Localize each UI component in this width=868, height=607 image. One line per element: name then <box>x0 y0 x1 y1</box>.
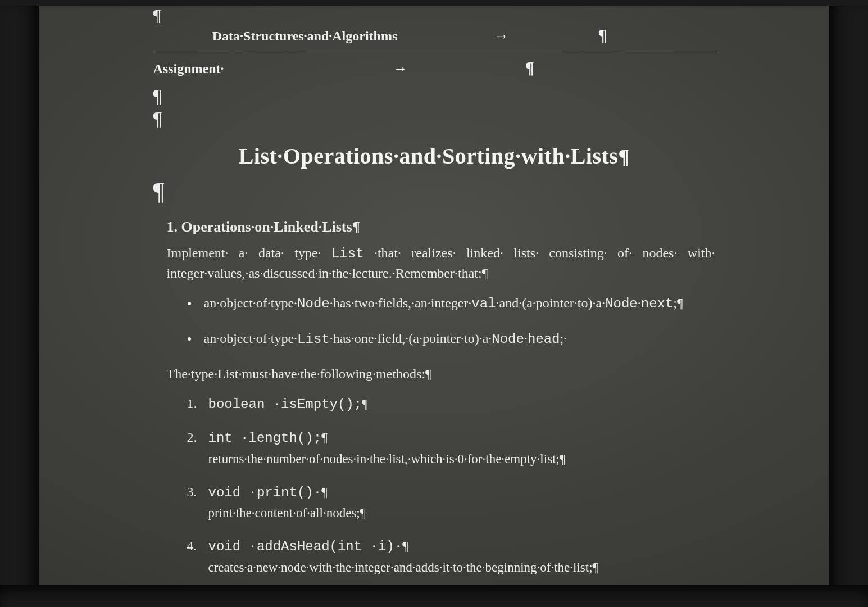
text: an·object·of·type· <box>204 331 298 346</box>
formatting-mark-pilcrow: ¶ <box>153 179 715 204</box>
formatting-mark-pilcrow: ¶ <box>352 219 360 235</box>
formatting-mark-pilcrow: ¶ <box>677 296 683 310</box>
list-item: void ·addAsHead(int ·i)·¶ creates·a·new·… <box>187 536 715 577</box>
formatting-mark-pilcrow: ¶ <box>321 484 328 499</box>
header-row-course: Data·Structures·and·Algorithms → ¶ <box>153 21 715 51</box>
formatting-mark-pilcrow: ¶ <box>457 58 603 77</box>
list-item: an·object·of·type·Node·has·two·fields,·a… <box>187 293 715 314</box>
list-item: boolean ·isEmpty();¶ <box>187 394 715 415</box>
document-body: 1. Operations·on·Linked·Lists¶ Implement… <box>153 216 715 577</box>
formatting-mark-pilcrow: ¶ <box>362 396 368 411</box>
text: an·object·of·type· <box>204 296 298 310</box>
header-rule <box>153 51 715 51</box>
code-token-head: head <box>528 332 560 347</box>
text: returns·the·number·of·nodes·in·the·list,… <box>208 452 560 466</box>
list-item: an·object·of·type·List·has·one·field,·(a… <box>187 329 715 350</box>
assignment-label: Assignment· <box>153 61 344 76</box>
text: Implement· a· data· type· <box>167 246 331 260</box>
text: print·the·content·of·all·nodes; <box>208 506 360 520</box>
text: creates·a·new·node·with·the·integer·and·… <box>208 560 593 574</box>
formatting-mark-pilcrow: ¶ <box>547 25 659 44</box>
code-token-node: Node <box>297 296 330 311</box>
section-title: Operations·on·Linked·Lists <box>181 219 352 235</box>
text: The·type·List·must·have·the·following·me… <box>167 366 426 381</box>
formatting-mark-pilcrow: ¶ <box>593 560 598 574</box>
method-signature: boolean ·isEmpty(); <box>208 397 362 412</box>
document-title: List·Operations·and·Sorting·with·Lists¶ <box>153 143 715 169</box>
bezel <box>0 0 868 6</box>
title-text: List·Operations·and·Sorting·with·Lists <box>239 143 619 169</box>
bezel <box>0 0 39 607</box>
method-description: creates·a·new·node·with·the·integer·and·… <box>208 558 715 577</box>
formatting-mark-pilcrow: ¶ <box>560 452 565 466</box>
method-description: returns·the·number·of·nodes·in·the·list,… <box>208 450 715 468</box>
formatting-mark-pilcrow: ¶ <box>321 430 328 445</box>
method-signature: int ·length(); <box>208 431 322 446</box>
text: ·has·two·fields,·an·integer· <box>330 296 472 310</box>
intro-paragraph: Implement· a· data· type· List ·that· re… <box>167 243 715 284</box>
text: ·has·one·field,·(a·pointer·to)·a· <box>330 331 492 346</box>
formatting-mark-pilcrow: ¶ <box>153 87 715 106</box>
bezel <box>829 0 868 607</box>
code-token-node: Node <box>492 332 524 347</box>
method-signature: void ·addAsHead(int ·i)· <box>208 539 403 554</box>
formatting-mark-pilcrow: ¶ <box>425 366 431 381</box>
text: ;· <box>560 331 567 346</box>
method-signature: void ·print()· <box>208 485 322 500</box>
formatting-mark-tab: → <box>344 61 457 78</box>
code-token-next: next <box>641 296 674 311</box>
method-description: print·the·content·of·all·nodes;¶ <box>208 504 715 522</box>
code-token-list: List <box>297 332 330 347</box>
code-token-val: val <box>471 296 496 311</box>
formatting-mark-pilcrow: ¶ <box>618 146 629 168</box>
formatting-mark-tab: → <box>457 28 547 45</box>
text: ·and·(a·pointer·to)·a· <box>496 296 606 310</box>
header-row-assignment: Assignment· → ¶ <box>153 53 715 83</box>
code-token-node: Node <box>605 296 638 311</box>
monitor-screen: ¶ Data·Structures·and·Algorithms → ¶ Ass… <box>0 0 868 607</box>
header-table: Data·Structures·and·Algorithms → ¶ Assig… <box>153 21 715 83</box>
formatting-mark-pilcrow: ¶ <box>153 109 715 128</box>
course-name: Data·Structures·and·Algorithms <box>153 29 457 44</box>
document-page: ¶ Data·Structures·and·Algorithms → ¶ Ass… <box>153 6 715 577</box>
formatting-mark-pilcrow: ¶ <box>402 538 408 553</box>
formatting-mark-pilcrow: ¶ <box>482 266 488 280</box>
list-item: void ·print()·¶ print·the·content·of·all… <box>187 482 715 523</box>
code-token-list: List <box>331 246 364 261</box>
list-item: int ·length();¶ returns·the·number·of·no… <box>187 428 715 468</box>
section-number: 1. <box>167 219 178 235</box>
formatting-mark-pilcrow: ¶ <box>360 506 366 520</box>
methods-list: boolean ·isEmpty();¶ int ·length();¶ ret… <box>187 394 715 577</box>
methods-intro: The·type·List·must·have·the·following·me… <box>167 364 715 384</box>
bullet-list: an·object·of·type·Node·has·two·fields,·a… <box>187 293 715 350</box>
section-heading: 1. Operations·on·Linked·Lists¶ <box>167 216 715 238</box>
bezel <box>0 585 868 607</box>
